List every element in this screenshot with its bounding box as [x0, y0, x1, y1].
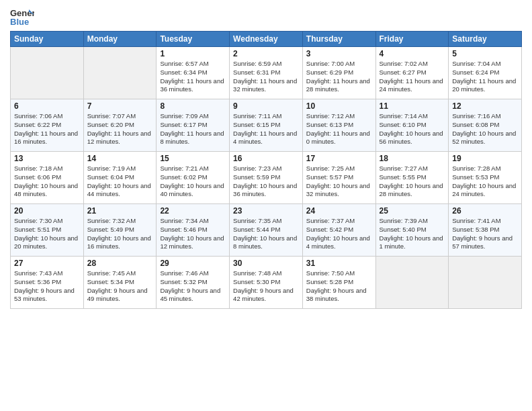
- day-number: 29: [160, 259, 226, 268]
- logo-icon: General Blue: [10, 7, 34, 27]
- day-number: 7: [87, 101, 153, 111]
- day-number: 21: [87, 206, 153, 216]
- cell-info: Sunrise: 7:28 AM Sunset: 5:53 PM Dayligh…: [452, 165, 518, 199]
- day-number: 28: [87, 259, 153, 268]
- cell-info: Sunrise: 7:12 AM Sunset: 6:13 PM Dayligh…: [306, 112, 372, 146]
- cell-info: Sunrise: 7:18 AM Sunset: 6:06 PM Dayligh…: [14, 165, 80, 199]
- cell-info: Sunrise: 7:34 AM Sunset: 5:46 PM Dayligh…: [160, 217, 226, 251]
- cal-cell: 11Sunrise: 7:14 AM Sunset: 6:10 PM Dayli…: [375, 99, 449, 152]
- day-number: 13: [14, 154, 80, 163]
- cal-cell: 27Sunrise: 7:43 AM Sunset: 5:36 PM Dayli…: [11, 257, 84, 309]
- day-number: 23: [233, 206, 299, 216]
- cal-cell: 31Sunrise: 7:50 AM Sunset: 5:28 PM Dayli…: [302, 257, 375, 309]
- day-number: 22: [160, 206, 226, 216]
- cell-info: Sunrise: 7:43 AM Sunset: 5:36 PM Dayligh…: [14, 269, 80, 304]
- cal-cell: [375, 257, 449, 309]
- day-number: 14: [87, 154, 153, 163]
- week-row-2: 6Sunrise: 7:06 AM Sunset: 6:22 PM Daylig…: [11, 99, 522, 152]
- cal-cell: 24Sunrise: 7:37 AM Sunset: 5:42 PM Dayli…: [302, 204, 375, 257]
- cal-cell: 3Sunrise: 7:00 AM Sunset: 6:29 PM Daylig…: [302, 47, 375, 99]
- calendar-table: SundayMondayTuesdayWednesdayThursdayFrid…: [10, 31, 522, 309]
- week-row-1: 1Sunrise: 6:57 AM Sunset: 6:34 PM Daylig…: [11, 47, 522, 99]
- cal-cell: 19Sunrise: 7:28 AM Sunset: 5:53 PM Dayli…: [449, 152, 522, 204]
- day-header-sunday: Sunday: [11, 32, 84, 47]
- cell-info: Sunrise: 7:48 AM Sunset: 5:30 PM Dayligh…: [233, 269, 299, 304]
- cell-info: Sunrise: 6:59 AM Sunset: 6:31 PM Dayligh…: [233, 60, 299, 94]
- cell-info: Sunrise: 7:23 AM Sunset: 5:59 PM Dayligh…: [233, 165, 299, 199]
- header-row: SundayMondayTuesdayWednesdayThursdayFrid…: [11, 32, 522, 47]
- week-row-5: 27Sunrise: 7:43 AM Sunset: 5:36 PM Dayli…: [11, 257, 522, 309]
- day-number: 9: [233, 101, 299, 111]
- day-header-wednesday: Wednesday: [230, 32, 303, 47]
- day-header-monday: Monday: [83, 32, 157, 47]
- cell-info: Sunrise: 7:07 AM Sunset: 6:20 PM Dayligh…: [87, 112, 153, 146]
- cal-cell: 16Sunrise: 7:23 AM Sunset: 5:59 PM Dayli…: [230, 152, 303, 204]
- cell-info: Sunrise: 7:16 AM Sunset: 6:08 PM Dayligh…: [452, 112, 518, 146]
- cell-info: Sunrise: 7:09 AM Sunset: 6:17 PM Dayligh…: [160, 112, 226, 146]
- cell-info: Sunrise: 7:30 AM Sunset: 5:51 PM Dayligh…: [14, 217, 80, 251]
- cal-cell: 29Sunrise: 7:46 AM Sunset: 5:32 PM Dayli…: [157, 257, 230, 309]
- day-header-thursday: Thursday: [302, 32, 375, 47]
- cal-cell: [11, 47, 84, 99]
- day-header-friday: Friday: [375, 32, 449, 47]
- cell-info: Sunrise: 7:27 AM Sunset: 5:55 PM Dayligh…: [380, 165, 445, 199]
- cal-cell: 7Sunrise: 7:07 AM Sunset: 6:20 PM Daylig…: [83, 99, 157, 152]
- cal-cell: 8Sunrise: 7:09 AM Sunset: 6:17 PM Daylig…: [157, 99, 230, 152]
- cell-info: Sunrise: 7:50 AM Sunset: 5:28 PM Dayligh…: [306, 269, 372, 304]
- logo: General Blue: [10, 7, 34, 27]
- cal-cell: 4Sunrise: 7:02 AM Sunset: 6:27 PM Daylig…: [375, 47, 449, 99]
- day-number: 1: [160, 49, 226, 58]
- week-row-4: 20Sunrise: 7:30 AM Sunset: 5:51 PM Dayli…: [11, 204, 522, 257]
- cal-cell: [83, 47, 157, 99]
- cal-cell: 26Sunrise: 7:41 AM Sunset: 5:38 PM Dayli…: [449, 204, 522, 257]
- day-number: 25: [380, 206, 445, 216]
- cal-cell: [449, 257, 522, 309]
- cell-info: Sunrise: 7:04 AM Sunset: 6:24 PM Dayligh…: [452, 60, 518, 94]
- day-number: 27: [14, 259, 80, 268]
- cell-info: Sunrise: 7:06 AM Sunset: 6:22 PM Dayligh…: [14, 112, 80, 146]
- cal-cell: 25Sunrise: 7:39 AM Sunset: 5:40 PM Dayli…: [375, 204, 449, 257]
- cell-info: Sunrise: 7:35 AM Sunset: 5:44 PM Dayligh…: [233, 217, 299, 251]
- cal-cell: 13Sunrise: 7:18 AM Sunset: 6:06 PM Dayli…: [11, 152, 84, 204]
- cell-info: Sunrise: 7:00 AM Sunset: 6:29 PM Dayligh…: [306, 60, 372, 94]
- day-number: 15: [160, 154, 226, 163]
- day-number: 11: [380, 101, 445, 111]
- calendar-page: General Blue SundayMondayTuesdayWednesda…: [0, 0, 532, 411]
- cal-cell: 5Sunrise: 7:04 AM Sunset: 6:24 PM Daylig…: [449, 47, 522, 99]
- cal-cell: 21Sunrise: 7:32 AM Sunset: 5:49 PM Dayli…: [83, 204, 157, 257]
- cal-cell: 10Sunrise: 7:12 AM Sunset: 6:13 PM Dayli…: [302, 99, 375, 152]
- cal-cell: 23Sunrise: 7:35 AM Sunset: 5:44 PM Dayli…: [230, 204, 303, 257]
- cal-cell: 12Sunrise: 7:16 AM Sunset: 6:08 PM Dayli…: [449, 99, 522, 152]
- day-number: 20: [14, 206, 80, 216]
- cell-info: Sunrise: 7:41 AM Sunset: 5:38 PM Dayligh…: [452, 217, 518, 251]
- day-header-tuesday: Tuesday: [157, 32, 230, 47]
- day-header-saturday: Saturday: [449, 32, 522, 47]
- day-number: 6: [14, 101, 80, 111]
- day-number: 18: [380, 154, 445, 163]
- cal-cell: 9Sunrise: 7:11 AM Sunset: 6:15 PM Daylig…: [230, 99, 303, 152]
- cal-cell: 6Sunrise: 7:06 AM Sunset: 6:22 PM Daylig…: [11, 99, 84, 152]
- cell-info: Sunrise: 7:02 AM Sunset: 6:27 PM Dayligh…: [380, 60, 445, 94]
- day-number: 2: [233, 49, 299, 58]
- day-number: 31: [306, 259, 372, 268]
- day-number: 10: [306, 101, 372, 111]
- svg-text:Blue: Blue: [10, 17, 29, 27]
- cell-info: Sunrise: 7:25 AM Sunset: 5:57 PM Dayligh…: [306, 165, 372, 199]
- day-number: 17: [306, 154, 372, 163]
- day-number: 3: [306, 49, 372, 58]
- day-number: 8: [160, 101, 226, 111]
- cell-info: Sunrise: 7:46 AM Sunset: 5:32 PM Dayligh…: [160, 269, 226, 304]
- cal-cell: 17Sunrise: 7:25 AM Sunset: 5:57 PM Dayli…: [302, 152, 375, 204]
- week-row-3: 13Sunrise: 7:18 AM Sunset: 6:06 PM Dayli…: [11, 152, 522, 204]
- cal-cell: 14Sunrise: 7:19 AM Sunset: 6:04 PM Dayli…: [83, 152, 157, 204]
- day-number: 30: [233, 259, 299, 268]
- cal-cell: 20Sunrise: 7:30 AM Sunset: 5:51 PM Dayli…: [11, 204, 84, 257]
- cal-cell: 22Sunrise: 7:34 AM Sunset: 5:46 PM Dayli…: [157, 204, 230, 257]
- day-number: 4: [380, 49, 445, 58]
- day-number: 16: [233, 154, 299, 163]
- cell-info: Sunrise: 7:37 AM Sunset: 5:42 PM Dayligh…: [306, 217, 372, 251]
- day-number: 24: [306, 206, 372, 216]
- cell-info: Sunrise: 7:21 AM Sunset: 6:02 PM Dayligh…: [160, 165, 226, 199]
- cell-info: Sunrise: 7:39 AM Sunset: 5:40 PM Dayligh…: [380, 217, 445, 251]
- day-number: 5: [452, 49, 518, 58]
